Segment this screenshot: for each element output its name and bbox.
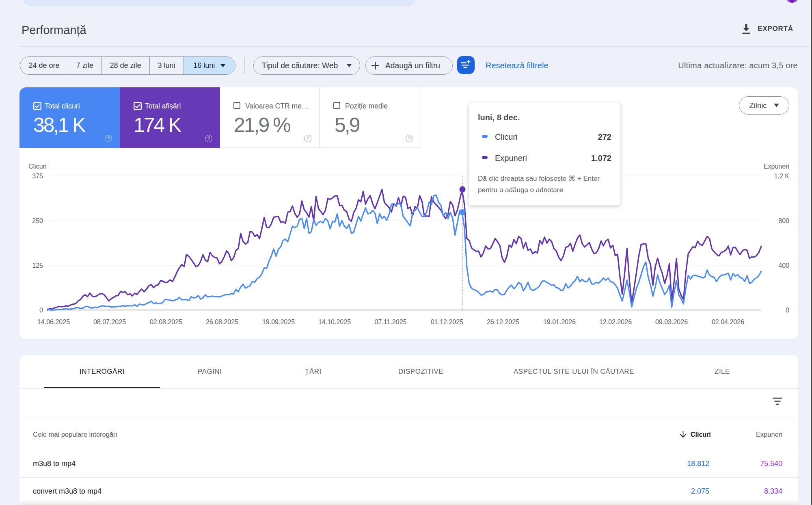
svg-text:Expuneri: Expuneri <box>764 163 789 170</box>
svg-text:800: 800 <box>778 217 789 224</box>
svg-text:07.11.2025: 07.11.2025 <box>375 319 407 325</box>
svg-text:26.12.2025: 26.12.2025 <box>487 319 519 325</box>
svg-text:400: 400 <box>778 262 789 269</box>
svg-text:14.06.2025: 14.06.2025 <box>37 319 70 325</box>
svg-text:125: 125 <box>32 262 43 269</box>
svg-text:0: 0 <box>39 307 43 314</box>
svg-text:14.10.2025: 14.10.2025 <box>318 319 351 325</box>
svg-text:02.04.2026: 02.04.2026 <box>712 319 744 325</box>
svg-text:02.08.2025: 02.08.2025 <box>150 319 182 325</box>
svg-text:0: 0 <box>786 307 789 314</box>
svg-text:01.12.2025: 01.12.2025 <box>431 319 463 325</box>
svg-text:375: 375 <box>32 173 43 180</box>
svg-text:12.02.2026: 12.02.2026 <box>599 319 632 325</box>
svg-text:19.09.2025: 19.09.2025 <box>262 319 295 325</box>
svg-text:1,2 K: 1,2 K <box>774 173 790 180</box>
svg-text:250: 250 <box>32 217 43 224</box>
svg-text:19.01.2026: 19.01.2026 <box>543 319 576 325</box>
svg-text:26.08.2025: 26.08.2025 <box>206 319 238 325</box>
svg-text:09.03.2026: 09.03.2026 <box>655 319 688 325</box>
svg-text:08.07.2025: 08.07.2025 <box>93 319 126 325</box>
svg-text:Clicuri: Clicuri <box>28 163 46 170</box>
